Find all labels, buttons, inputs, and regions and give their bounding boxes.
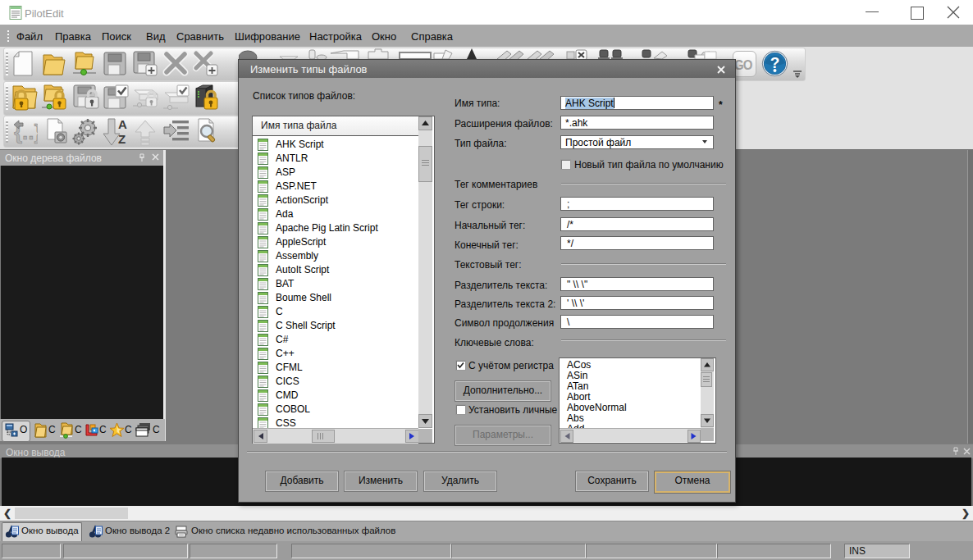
svg-text:Z: Z <box>118 132 126 146</box>
svg-text:?: ? <box>770 54 780 71</box>
svg-text:A: A <box>118 117 127 131</box>
